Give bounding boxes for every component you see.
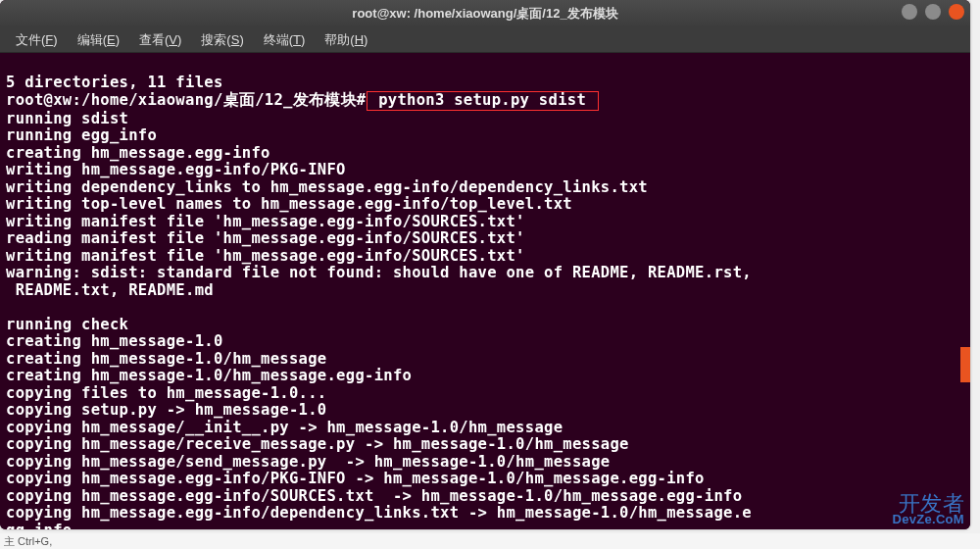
window-title: root@xw: /home/xiaowang/桌面/12_发布模块 <box>352 5 617 23</box>
command-highlight: python3 setup.py sdist <box>367 91 599 111</box>
terminal-line: README.txt, README.md <box>6 281 214 299</box>
terminal-line: creating hm_message-1.0 <box>6 332 223 350</box>
prompt: root@xw:/home/xiaowang/桌面/12_发布模块# <box>6 91 367 109</box>
titlebar: root@xw: /home/xiaowang/桌面/12_发布模块 <box>0 0 970 27</box>
terminal-line: running sdist <box>6 110 128 127</box>
close-button[interactable] <box>949 4 964 20</box>
minimize-button[interactable] <box>902 4 917 20</box>
terminal-line: writing manifest file 'hm_message.egg-in… <box>6 213 525 230</box>
terminal-content[interactable]: 5 directories, 11 files root@xw:/home/xi… <box>0 53 970 529</box>
menu-file[interactable]: 文件(F) <box>8 29 66 51</box>
maximize-button[interactable] <box>925 4 941 20</box>
terminal-line: copying hm_message/send_message.py -> hm… <box>6 453 610 471</box>
terminal-line: warning: sdist: standard file not found:… <box>6 264 752 281</box>
terminal-line: copying hm_message/__init__.py -> hm_mes… <box>6 419 563 436</box>
menu-help[interactable]: 帮助(H) <box>317 29 375 51</box>
terminal-line: writing manifest file 'hm_message.egg-in… <box>6 247 525 265</box>
watermark-main: 开发者 <box>899 495 964 513</box>
watermark-sub: DevZe.CoM <box>893 511 965 528</box>
terminal-line: creating hm_message-1.0/hm_message <box>6 350 326 368</box>
menu-view[interactable]: 查看(V) <box>131 29 189 51</box>
terminal-line: writing dependency_links to hm_message.e… <box>6 178 648 196</box>
terminal-line: copying hm_message.egg-info/PKG-INFO -> … <box>6 470 705 487</box>
terminal-line: copying hm_message.egg-info/dependency_l… <box>6 504 752 522</box>
terminal-window: root@xw: /home/xiaowang/桌面/12_发布模块 文件(F)… <box>0 0 970 529</box>
terminal-line: running egg_info <box>6 126 157 144</box>
terminal-line: copying setup.py -> hm_message-1.0 <box>6 401 326 419</box>
terminal-line: creating hm_message-1.0/hm_message.egg-i… <box>6 367 412 384</box>
menu-terminal[interactable]: 终端(T) <box>256 29 314 51</box>
menubar: 文件(F) 编辑(E) 查看(V) 搜索(S) 终端(T) 帮助(H) <box>0 27 970 53</box>
terminal-line: writing top-level names to hm_message.eg… <box>6 195 572 213</box>
scrollbar-thumb[interactable] <box>960 347 970 382</box>
menu-search[interactable]: 搜索(S) <box>193 29 251 51</box>
terminal-line: gg-info <box>6 522 72 530</box>
window-controls <box>902 4 964 20</box>
terminal-line: writing hm_message.egg-info/PKG-INFO <box>6 161 346 178</box>
terminal-line: 5 directories, 11 files <box>6 74 223 91</box>
terminal-line: creating hm_message.egg-info <box>6 144 270 162</box>
menu-edit[interactable]: 编辑(E) <box>70 29 127 51</box>
statusbar-text: 主 Ctrl+G, <box>4 534 52 549</box>
terminal-line: copying hm_message.egg-info/SOURCES.txt … <box>6 487 742 505</box>
terminal-line: copying hm_message/receive_message.py ->… <box>6 435 629 453</box>
terminal-line: copying files to hm_message-1.0... <box>6 384 326 402</box>
statusbar: 主 Ctrl+G, <box>0 533 980 549</box>
prompt-line: root@xw:/home/xiaowang/桌面/12_发布模块# pytho… <box>6 91 599 109</box>
terminal-line: running check <box>6 316 128 333</box>
terminal-line: reading manifest file 'hm_message.egg-in… <box>6 229 525 247</box>
